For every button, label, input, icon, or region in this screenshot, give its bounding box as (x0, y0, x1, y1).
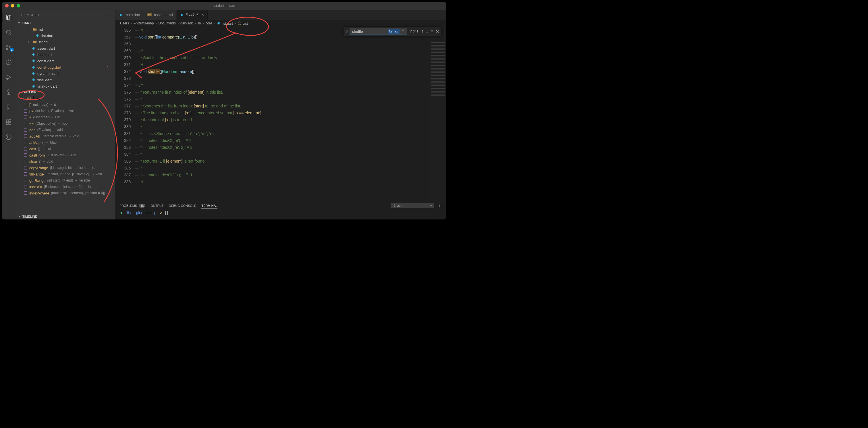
close-tab-icon[interactable]: × (202, 12, 204, 18)
debug-activity-icon[interactable] (2, 72, 16, 82)
bottom-panel: PROBLEMS18 OUTPUT DEBUG CONSOLE TERMINAL… (116, 201, 446, 219)
outline-item[interactable]: indexOf (E element, [int start = 0]) → i… (16, 184, 115, 190)
svg-rect-25 (24, 147, 27, 151)
more-icon[interactable]: ⋯ (105, 13, 110, 17)
svg-point-2 (6, 30, 10, 34)
regex-toggle[interactable]: .* (400, 29, 406, 34)
outline-item[interactable]: []= (int index, E value) → void (16, 108, 115, 114)
svg-rect-19 (24, 110, 27, 113)
outline-item[interactable]: fillRange (int start, int end, [E fillVa… (16, 171, 115, 177)
tab-readme-md[interactable]: M↓readme.md (144, 10, 176, 20)
file-final[interactable]: final.dart (16, 77, 115, 83)
svg-point-10 (7, 90, 10, 92)
extensions-activity-icon[interactable] (2, 117, 16, 127)
new-terminal-icon[interactable]: ＋ (437, 202, 442, 209)
back-activity-icon[interactable] (2, 132, 16, 142)
outline-item[interactable]: copyRange (List target, int at, List sou… (16, 164, 115, 171)
panel-tabs: PROBLEMS18 OUTPUT DEBUG CONSOLE TERMINAL… (116, 201, 446, 210)
minimap[interactable] (429, 27, 446, 201)
tab-main-dart[interactable]: main.dart (116, 10, 144, 20)
breadcrumb-item[interactable]: List (238, 21, 248, 26)
folder-list[interactable]: list (16, 26, 115, 32)
folder-string[interactable]: string (16, 39, 115, 45)
timeline-header[interactable]: TIMELINE (16, 213, 115, 219)
tab-problems[interactable]: PROBLEMS18 (120, 204, 145, 208)
window-title: list.dart — dart (2, 4, 446, 8)
file-assert[interactable]: assert.dart (16, 45, 115, 52)
terminal-cursor (165, 211, 168, 215)
tab-terminal[interactable]: TERMINAL (202, 204, 217, 209)
tree-activity-icon[interactable] (2, 87, 16, 97)
sidebar: EXPLORER ⋯ DART list list.dart (16, 10, 116, 219)
file-bool[interactable]: bool.dart (16, 52, 115, 58)
terminal[interactable]: ➜ list git:(master) ✗ (116, 210, 446, 219)
svg-point-33 (238, 22, 241, 25)
outline-item[interactable]: castFrom (List source) → List (16, 152, 115, 158)
find-prev-icon[interactable]: ↑ (421, 29, 424, 34)
svg-rect-23 (24, 135, 27, 138)
editor-area: main.dartM↓readme.mdlist.dart× Users›xgq… (116, 10, 446, 219)
breadcrumb-item[interactable]: Documents (158, 21, 176, 25)
svg-line-3 (10, 34, 11, 35)
match-case-toggle[interactable]: Aa (388, 29, 394, 34)
breadcrumb-item[interactable]: list.dart (217, 21, 233, 26)
breadcrumb-item[interactable]: core (205, 21, 212, 25)
svg-point-5 (6, 49, 8, 50)
main-row: 1 EXPLORER ⋯ (2, 10, 446, 219)
tab-output[interactable]: OUTPUT (151, 204, 163, 207)
file-final-ok[interactable]: final-ok.dart (16, 83, 115, 89)
svg-rect-27 (24, 160, 27, 163)
outline-item[interactable]: asMap () → Map (16, 139, 115, 146)
breadcrumb-item[interactable]: dart-sdk (180, 21, 193, 25)
svg-rect-24 (24, 141, 27, 144)
whole-word-toggle[interactable]: ab (394, 29, 400, 34)
outline-item[interactable]: == (Object other) → bool (16, 120, 115, 127)
svg-rect-26 (24, 154, 27, 157)
explorer-root[interactable]: DART (16, 20, 115, 26)
tab-debug-console[interactable]: DEBUG CONSOLE (169, 204, 196, 207)
breadcrumb-item[interactable]: Users (120, 21, 129, 25)
find-close-icon[interactable]: ✕ (435, 29, 439, 34)
file-tree: list list.dart string assert.dart bool.d… (16, 26, 115, 89)
problems-badge: 18 (139, 204, 145, 208)
sidebar-header: EXPLORER ⋯ (16, 10, 115, 20)
search-activity-icon[interactable] (2, 28, 16, 37)
outline-item[interactable]: addAll (Iterable iterable) → void (16, 133, 115, 139)
outline-item[interactable]: + (List other) → List (16, 114, 115, 120)
svg-rect-18 (24, 103, 27, 106)
file-dynamic[interactable]: dynamic.dart (16, 70, 115, 77)
scm-badge: 1 (10, 48, 14, 52)
gutter: 3663673683693703713723733743753763773783… (116, 27, 135, 201)
git-graph-activity-icon[interactable] (2, 57, 16, 67)
tab-list-dart[interactable]: list.dart× (177, 10, 208, 20)
breadcrumb[interactable]: Users›xgqfrms-mbp›Documents›dart-sdk›lib… (116, 20, 446, 27)
outline-item[interactable]: add (E value) → void (16, 127, 115, 133)
outline-item[interactable]: [] (int index) → E (16, 101, 115, 108)
activity-bar: 1 (2, 10, 16, 219)
svg-rect-30 (24, 179, 27, 182)
outline-item[interactable]: indexWhere (bool test(E element), [int s… (16, 190, 115, 196)
code[interactable]: ···· */····void sort([int compare(E a, E… (135, 27, 269, 201)
file-list-dart[interactable]: list.dart (16, 32, 115, 39)
tabbar: main.dartM↓readme.mdlist.dart× (116, 10, 446, 20)
svg-rect-32 (24, 192, 27, 195)
outline-item[interactable]: getRange (int start, int end) → Iterable (16, 177, 115, 184)
file-const-bug[interactable]: const-bug.dart1 (16, 64, 115, 70)
outline-header[interactable]: OUTLINE (16, 89, 115, 95)
outline-class-list[interactable]: C List (16, 95, 115, 101)
find-input[interactable]: shuffle Aa ab .* (349, 28, 407, 35)
breadcrumb-item[interactable]: lib (197, 21, 201, 25)
find-selection-icon[interactable]: ≡ (431, 29, 433, 34)
terminal-selector[interactable]: 1: zsh (391, 203, 434, 208)
outline-item[interactable]: cast () → List (16, 146, 115, 152)
editor[interactable]: 3663673683693703713723733743753763773783… (116, 27, 446, 201)
file-const[interactable]: const.dart (16, 58, 115, 64)
find-next-icon[interactable]: ↓ (426, 29, 428, 34)
error-count: 1 (107, 65, 115, 69)
outline-item[interactable]: clear () → void (16, 158, 115, 164)
breadcrumb-item[interactable]: xgqfrms-mbp (133, 21, 154, 25)
bookmarks-activity-icon[interactable] (2, 102, 16, 112)
scm-activity-icon[interactable]: 1 (2, 42, 16, 52)
explorer-activity-icon[interactable] (2, 13, 16, 22)
find-expand-icon[interactable]: › (344, 29, 349, 34)
